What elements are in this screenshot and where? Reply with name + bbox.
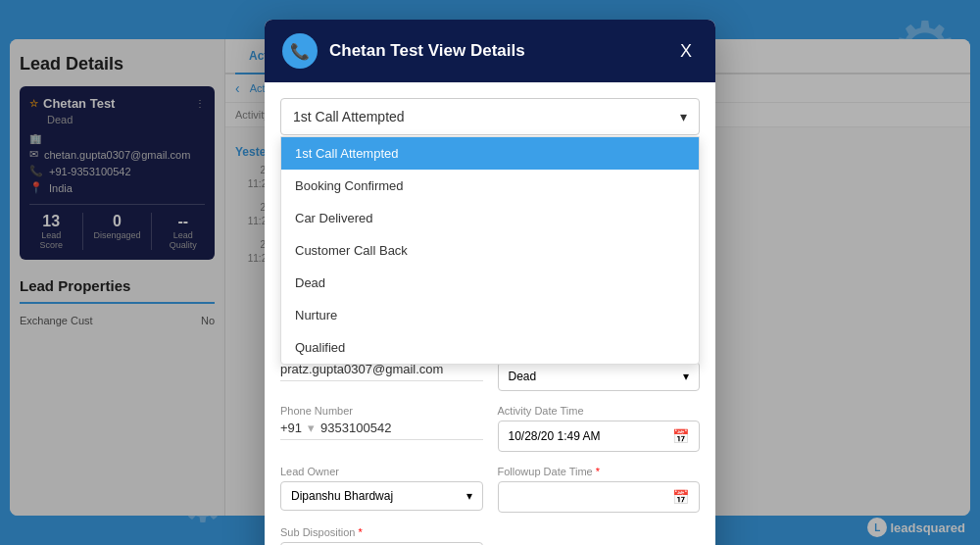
form-row-lead-owner: Lead Owner Dipanshu Bhardwaj ▾ Followup … (280, 466, 700, 513)
modal-header: 📞 Chetan Test View Details X (265, 20, 715, 82)
modal-form-fields: Email pratz.gupta0307@gmail.com CRM Stat… (280, 346, 700, 545)
modal-title: Chetan Test View Details (329, 41, 662, 61)
phone-number: 9353100542 (320, 421, 391, 435)
modal-dropdown-list: 1st Call Attempted Booking Confirmed Car… (280, 136, 700, 365)
phone-separator: ▾ (308, 421, 315, 435)
followup-date-input[interactable]: 📅 (498, 481, 701, 513)
lead-owner-label: Lead Owner (280, 466, 483, 477)
modal-dropdown-item-nurture[interactable]: Nurture (281, 299, 699, 331)
activity-date-input[interactable]: 10/28/20 1:49 AM 📅 (498, 421, 701, 452)
phone-prefix: +91 (280, 421, 302, 435)
modal-dropdown-item-car-delivered[interactable]: Car Delivered (281, 202, 699, 234)
modal-phone-icon: 📞 (282, 33, 318, 69)
calendar-icon-followup: 📅 (672, 489, 689, 505)
modal-body: 1st Call Attempted ▾ 1st Call Attempted … (265, 82, 715, 545)
crm-state-arrow: ▾ (683, 370, 689, 383)
modal-close-button[interactable]: X (674, 39, 698, 64)
form-group-followup: Followup Date Time * 📅 (498, 466, 701, 513)
followup-required: * (596, 466, 600, 477)
form-group-lead-owner: Lead Owner Dipanshu Bhardwaj ▾ (280, 466, 483, 513)
modal-dropdown-item-dead[interactable]: Dead (281, 267, 699, 299)
sub-disp-label: Sub Disposition * (280, 526, 483, 538)
crm-state-dropdown[interactable]: Dead ▾ (498, 362, 701, 391)
phone-row: +91 ▾ 9353100542 (280, 421, 483, 440)
calendar-icon-activity: 📅 (672, 428, 689, 444)
activity-date-label: Activity Date Time (498, 405, 701, 417)
modal-overlay: 📞 Chetan Test View Details X 1st Call At… (0, 0, 980, 545)
sub-disp-required: * (359, 526, 363, 538)
lead-owner-arrow: ▾ (466, 489, 472, 503)
form-group-empty (498, 526, 701, 545)
form-group-phone: Phone Number +91 ▾ 9353100542 (280, 405, 483, 452)
form-row-phone-empty: Phone Number +91 ▾ 9353100542 Activity D… (280, 405, 700, 452)
modal-stage-dropdown[interactable]: 1st Call Attempted ▾ (280, 98, 700, 135)
form-row-sub-disp: Sub Disposition * Type to Search ▾ (280, 526, 700, 545)
modal-dropdown-item-customer-call-back[interactable]: Customer Call Back (281, 234, 699, 267)
email-value: pratz.gupta0307@gmail.com (280, 362, 483, 381)
followup-label: Followup Date Time * (498, 466, 701, 477)
form-group-activity-date: Activity Date Time 10/28/20 1:49 AM 📅 (498, 405, 701, 452)
modal-dropdown-selected: 1st Call Attempted (293, 109, 405, 124)
modal-dropdown-item-booking[interactable]: Booking Confirmed (281, 170, 699, 202)
modal-dropdown-arrow: ▾ (680, 109, 687, 124)
lead-owner-dropdown[interactable]: Dipanshu Bhardwaj ▾ (280, 481, 483, 511)
modal-dropdown-item-1st-call[interactable]: 1st Call Attempted (281, 137, 699, 170)
modal: 📞 Chetan Test View Details X 1st Call At… (265, 20, 715, 545)
phone-label: Phone Number (280, 405, 483, 417)
form-group-sub-disposition: Sub Disposition * Type to Search ▾ (280, 526, 483, 545)
modal-dropdown-item-qualified[interactable]: Qualified (281, 331, 699, 364)
